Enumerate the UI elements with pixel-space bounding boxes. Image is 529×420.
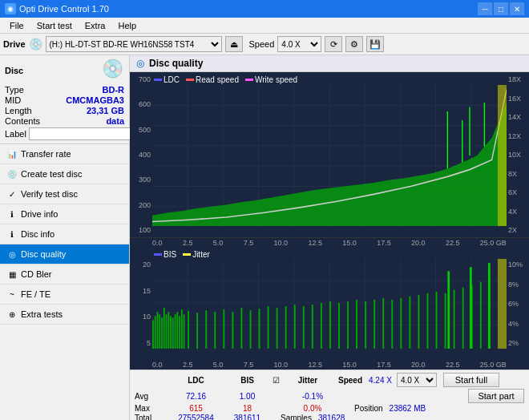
svg-rect-34	[155, 316, 156, 349]
svg-rect-37	[161, 317, 163, 349]
svg-rect-75	[427, 293, 429, 349]
bottom-chart-canvas	[152, 259, 507, 349]
svg-rect-40	[168, 312, 169, 349]
nav-disc-info[interactable]: ℹ Disc info	[0, 224, 129, 244]
top-chart-legend: LDC Read speed Write speed	[154, 75, 297, 84]
stats-max-label: Max	[135, 404, 167, 413]
top-chart-x-axis: 0.0 2.5 5.0 7.5 10.0 12.5 15.0 17.5 20.0…	[130, 238, 529, 248]
nav-extra-tests-label: Extra tests	[21, 309, 63, 319]
svg-rect-72	[400, 298, 402, 349]
svg-rect-33	[152, 320, 154, 349]
disc-type-label: Type	[5, 85, 24, 95]
chart-header-icon: ◎	[136, 58, 144, 69]
top-chart: LDC Read speed Write speed 700 600 50	[130, 72, 529, 238]
fe-te-icon: ~	[6, 289, 18, 300]
nav-fe-te[interactable]: ~ FE / TE	[0, 285, 129, 305]
jitter-legend-label: Jitter	[192, 250, 210, 259]
nav-drive-info[interactable]: ℹ Drive info	[0, 204, 129, 224]
nav-disc-info-label: Disc info	[21, 229, 55, 239]
stats-max-jitter: 0.0%	[281, 404, 345, 413]
svg-rect-36	[159, 314, 160, 349]
drive-select[interactable]: (H:) HL-DT-ST BD-RE WH16NS58 TST4	[46, 36, 222, 52]
svg-rect-55	[250, 310, 252, 349]
menu-start-test[interactable]: Start test	[30, 19, 79, 32]
nav-cd-bler[interactable]: ▦ CD Bler	[0, 265, 129, 285]
menu-extra[interactable]: Extra	[79, 19, 112, 32]
legend-bis: BIS	[154, 250, 176, 259]
menu-file[interactable]: File	[3, 19, 30, 32]
stats-speed-select[interactable]: 4.0 X	[397, 373, 437, 387]
svg-rect-47	[184, 314, 185, 349]
disc-label-label: Label	[5, 129, 26, 139]
speed-select[interactable]: 4.0 X	[277, 36, 321, 52]
svg-rect-57	[268, 306, 269, 349]
svg-rect-81	[480, 282, 482, 349]
svg-rect-73	[409, 297, 410, 349]
close-button[interactable]: ✕	[510, 2, 524, 15]
maximize-button[interactable]: □	[494, 2, 508, 15]
stats-total-ldc: 27552584	[170, 414, 222, 420]
disc-contents-label: Contents	[5, 116, 40, 126]
bottom-chart-legend: BIS Jitter	[154, 250, 210, 259]
stats-samples-value: 381628	[318, 414, 345, 420]
stats-max-bis: 18	[225, 404, 269, 413]
svg-rect-84	[470, 267, 472, 349]
app-title: Opti Drive Control 1.70	[19, 4, 109, 14]
eject-button[interactable]: ⏏	[225, 36, 243, 52]
top-chart-canvas	[152, 85, 507, 226]
bottom-chart: BIS Jitter 20 15 10 5 10%	[130, 248, 529, 360]
legend-write-speed: Write speed	[245, 75, 297, 84]
drive-label: Drive	[3, 39, 26, 49]
svg-rect-52	[223, 309, 224, 349]
start-full-button[interactable]: Start full	[443, 373, 499, 387]
stats-header-row: LDC BIS ☑ Jitter Speed 4.24 X 4.0 X Star…	[135, 373, 524, 387]
bis-legend-label: BIS	[164, 250, 176, 259]
drive-icon: 💿	[29, 38, 42, 50]
menu-bar: File Start test Extra Help	[0, 18, 529, 34]
disc-label-input[interactable]	[29, 127, 132, 140]
nav-drive-info-label: Drive info	[21, 209, 58, 219]
disc-info-icon: ℹ	[6, 228, 18, 240]
svg-rect-50	[205, 310, 207, 349]
settings-btn[interactable]: ⚙	[345, 36, 363, 52]
stats-jitter-checkbox[interactable]: ☑	[273, 376, 281, 385]
stats-jitter-header: Jitter	[284, 376, 332, 385]
disc-length-row: Length 23,31 GB	[5, 106, 124, 115]
svg-rect-86	[498, 259, 507, 349]
write-speed-legend-color	[245, 79, 253, 81]
nav-disc-quality[interactable]: ◎ Disc quality	[0, 244, 129, 265]
nav-transfer-rate-label: Transfer rate	[21, 149, 71, 159]
svg-rect-46	[181, 309, 183, 349]
svg-rect-45	[179, 316, 180, 349]
svg-rect-41	[170, 316, 172, 349]
stats-max-row: Max 615 18 0.0% Position 23862 MB	[135, 404, 524, 413]
nav-create-test-disc-label: Create test disc	[21, 169, 82, 179]
svg-rect-51	[214, 312, 216, 349]
nav-extra-tests[interactable]: ⊕ Extra tests	[0, 305, 129, 325]
minimize-button[interactable]: ─	[478, 2, 492, 15]
svg-rect-44	[176, 312, 178, 349]
top-chart-y-right: 18X 16X 14X 12X 10X 8X 6X 4X 2X	[507, 72, 529, 237]
stats-total-label: Total	[135, 414, 167, 420]
save-btn[interactable]: 💾	[366, 36, 384, 52]
stats-total-bis: 381611	[225, 414, 269, 420]
create-test-disc-icon: 💿	[6, 168, 18, 180]
svg-rect-62	[312, 305, 313, 349]
nav-verify-test-disc[interactable]: ✓ Verify test disc	[0, 184, 129, 204]
svg-rect-60	[294, 305, 296, 349]
read-speed-legend-color	[186, 79, 194, 81]
svg-rect-66	[347, 301, 349, 349]
legend-ldc: LDC	[154, 75, 180, 84]
disc-mid-row: MID CMCMAGBA3	[5, 95, 124, 105]
speed-icon-btn[interactable]: ⟳	[325, 36, 342, 52]
svg-rect-79	[462, 288, 464, 349]
svg-rect-38	[164, 308, 165, 349]
nav-transfer-rate[interactable]: 📊 Transfer rate	[0, 144, 129, 164]
stats-bis-header: BIS	[225, 376, 269, 385]
disc-mid-label: MID	[5, 95, 21, 105]
stats-samples-label: Samples	[281, 414, 312, 420]
nav-create-test-disc[interactable]: 💿 Create test disc	[0, 164, 129, 184]
start-part-button[interactable]: Start part	[468, 389, 524, 403]
menu-help[interactable]: Help	[111, 19, 143, 32]
drive-info-icon: ℹ	[6, 208, 18, 220]
